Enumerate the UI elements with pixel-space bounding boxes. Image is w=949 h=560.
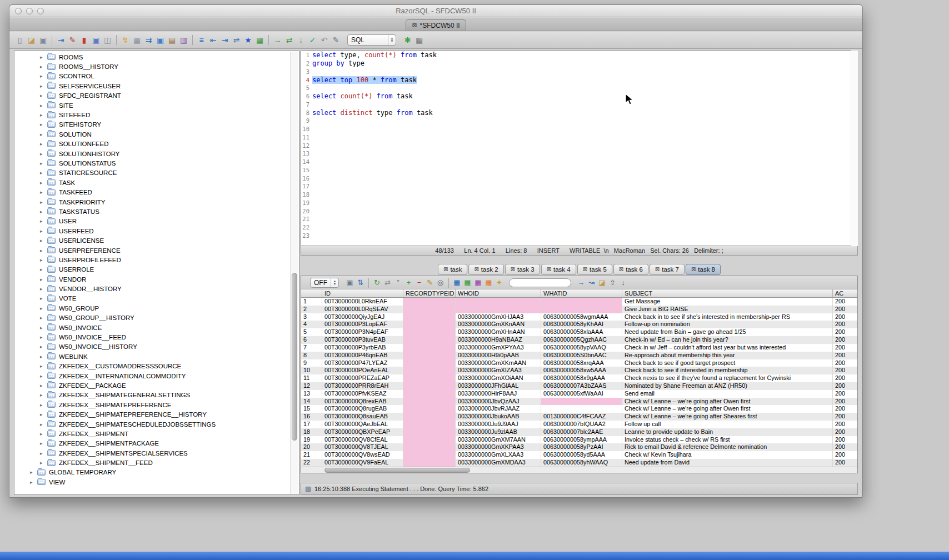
cell[interactable]: Invoice status check – check w/ RS first: [622, 436, 833, 444]
sort-filter-icon[interactable]: ⇅: [355, 277, 366, 288]
table-row[interactable]: 300T3000000QiyJgEAJ0033000000GmXHJAA3006…: [301, 313, 857, 321]
cell[interactable]: 0033000000GmXKmAAN: [456, 359, 541, 367]
close-tab-icon[interactable]: ⊠: [547, 267, 551, 272]
cell[interactable]: 00T3000000PRR8rEAH: [322, 382, 403, 390]
tree-item[interactable]: ▸ZKFEDEX__PACKAGE: [14, 381, 299, 390]
tree-item[interactable]: ▸SOLUTION: [14, 129, 299, 139]
cell[interactable]: Leanne to provide update to Bain: [622, 428, 833, 436]
cell[interactable]: 200: [833, 436, 857, 444]
tree-item[interactable]: ▸ZKFEDEX__SHIPMENT__FEED: [14, 458, 299, 467]
results-hscrollbar-thumb[interactable]: [324, 468, 470, 473]
cell[interactable]: [403, 428, 456, 436]
cell[interactable]: [403, 374, 456, 382]
table-row[interactable]: 100T3000000L0RknEAFGet Massage200: [301, 298, 857, 306]
copy-icon[interactable]: ▣: [154, 34, 166, 46]
editor-line[interactable]: 2group by type: [301, 59, 857, 68]
table-row[interactable]: 400T3000000P3LopEAF0033000000GmXKnAAN006…: [301, 321, 857, 328]
download-icon[interactable]: ↓: [618, 277, 628, 288]
sql-mode-combo[interactable]: SQL ▲▼: [347, 34, 396, 46]
cell[interactable]: 00T3000000QV8CfEAL: [322, 436, 403, 444]
disclosure-triangle-icon[interactable]: ▸: [40, 296, 47, 301]
close-tab-icon[interactable]: ⊠: [474, 267, 478, 272]
disclosure-triangle-icon[interactable]: ▸: [40, 344, 47, 349]
table-row[interactable]: 900T3000000P47LYEAZ0033000000GmXKmAAN006…: [301, 359, 857, 367]
editor-line[interactable]: 18: [301, 191, 857, 199]
quote-icon[interactable]: ": [393, 277, 403, 288]
cell[interactable]: Nominated by Shane Freeman at ANZ (HR50): [622, 382, 833, 390]
cell[interactable]: [403, 328, 456, 336]
delete-file-icon[interactable]: ▮: [78, 34, 90, 46]
tree-item[interactable]: ▸W50_INVOICE: [14, 323, 299, 332]
cell[interactable]: 0033000000H9aNBAAZ: [456, 336, 541, 344]
cell[interactable]: 200: [833, 443, 857, 451]
cell[interactable]: 006300000058ympAAA: [541, 436, 622, 444]
disclosure-triangle-icon[interactable]: ▸: [40, 141, 47, 147]
cell[interactable]: Check back in to see if she's interested…: [622, 313, 833, 321]
disclosure-triangle-icon[interactable]: ▸: [40, 257, 47, 263]
cell[interactable]: 0033000000Ju9zlAAB: [456, 428, 541, 436]
tree-item[interactable]: ▸TASK: [14, 178, 299, 187]
editor-line[interactable]: 9: [301, 117, 857, 125]
editor-line[interactable]: 8select distinct type from task: [301, 108, 857, 117]
cell[interactable]: Check back to see if interested in membe…: [622, 367, 833, 374]
cell[interactable]: 00630000007bIQUAA2: [541, 421, 622, 428]
import-file-icon[interactable]: ⇥: [55, 34, 67, 46]
cell[interactable]: 00T3000000PfvKSEAZ: [322, 390, 403, 398]
disclosure-triangle-icon[interactable]: ▸: [40, 277, 47, 282]
column-header[interactable]: WHOID: [456, 289, 541, 297]
disclosure-triangle-icon[interactable]: ▸: [30, 469, 37, 475]
cell[interactable]: 200: [833, 367, 857, 374]
table-row[interactable]: 2200T3000000QV9FaEAL0033000000GmXMDAA300…: [301, 459, 857, 467]
export-results-icon[interactable]: ⇉: [143, 34, 154, 46]
disclosure-triangle-icon[interactable]: ▸: [40, 363, 47, 369]
cell[interactable]: 00630000005xfWaAAI: [541, 390, 622, 398]
row-limit-combo[interactable]: OFF ▲▼: [310, 278, 339, 288]
result-tab[interactable]: ⊠task 2: [468, 264, 503, 275]
tree-item[interactable]: ▸USERROLE: [14, 265, 299, 274]
result-tab[interactable]: ⊠task 3: [505, 264, 540, 275]
tree-item[interactable]: ▸SITEHISTORY: [14, 120, 299, 129]
table-row[interactable]: 1500T3000000Q8rugEAB0033000000JbvRJAAZCh…: [301, 405, 857, 413]
tree-item[interactable]: ▸SITE: [14, 101, 299, 110]
cell[interactable]: [403, 405, 456, 413]
tree-item[interactable]: ▸USERLICENSE: [14, 236, 299, 245]
disclosure-triangle-icon[interactable]: ▸: [40, 218, 47, 224]
save-results-icon[interactable]: ▣: [344, 277, 355, 288]
cell[interactable]: 00630000007blc2AAE: [541, 428, 622, 436]
cell[interactable]: Give Jenn a BIG RAISE: [622, 306, 833, 313]
tree-item[interactable]: ▸ZKFEDEX__SHIPMATEGENERALSETTINGS: [14, 391, 299, 400]
cell[interactable]: 00T3000000QBXPeEAP: [322, 428, 403, 436]
cell[interactable]: [456, 298, 541, 306]
indent-left-icon[interactable]: ⇤: [207, 34, 219, 46]
cell[interactable]: 00T3000000P47LYEAZ: [322, 359, 403, 367]
cell[interactable]: Check w/ Leanne – we're going after Shea…: [622, 413, 833, 421]
disclosure-triangle-icon[interactable]: ▸: [40, 103, 47, 108]
cell[interactable]: 0033000000GmXPYAA3: [456, 344, 541, 352]
reconnect-icon[interactable]: ⇄: [283, 34, 295, 46]
tree-item[interactable]: ▸SCONTROL: [14, 72, 299, 81]
disclosure-triangle-icon[interactable]: ▸: [40, 325, 47, 331]
cell[interactable]: 0033000000JFhGlAAL: [456, 382, 541, 390]
disclosure-triangle-icon[interactable]: ▸: [40, 451, 47, 456]
close-tab-icon[interactable]: ⊠: [511, 267, 515, 272]
tree-item[interactable]: ▸ZKFEDEX__SHIPMATESCHEDULEDJOBSSETTINGS: [14, 419, 299, 429]
cell[interactable]: [403, 390, 456, 398]
link-record-icon[interactable]: ⇄: [382, 277, 393, 288]
cell[interactable]: 006300000058xw5AAA: [541, 367, 622, 374]
table-row[interactable]: 1200T3000000PRR8rEAH0033000000JFhGlAAL00…: [301, 382, 857, 390]
cell[interactable]: 006300000058xrqAAA: [541, 359, 622, 367]
tree-item[interactable]: ▸W50_GROUP: [14, 303, 299, 313]
sql-editor[interactable]: 1select type, count(*) from task2group b…: [301, 51, 858, 246]
cell[interactable]: [456, 306, 541, 313]
disclosure-triangle-icon[interactable]: ▸: [40, 64, 47, 69]
cell[interactable]: 00T3000000QV8wsEAD: [322, 451, 403, 459]
table-row[interactable]: 1700T3000000QAeJbEAL0033000000Ju9J9AAJ00…: [301, 421, 857, 428]
result-tab[interactable]: ⊠task 5: [577, 264, 612, 275]
table-row[interactable]: 700T3000000P3yrbEAB0033000000GmXPYAA3006…: [301, 344, 857, 352]
tree-item[interactable]: ▸SOLUTIONSTATUS: [14, 158, 299, 168]
disclosure-triangle-icon[interactable]: ▸: [40, 151, 47, 157]
cell[interactable]: 006300000058xlaAAA: [541, 328, 622, 336]
tree-item[interactable]: ▸W50_GROUP__HISTORY: [14, 313, 299, 323]
cell[interactable]: [403, 344, 456, 352]
tree-scrollbar-thumb[interactable]: [292, 273, 297, 441]
